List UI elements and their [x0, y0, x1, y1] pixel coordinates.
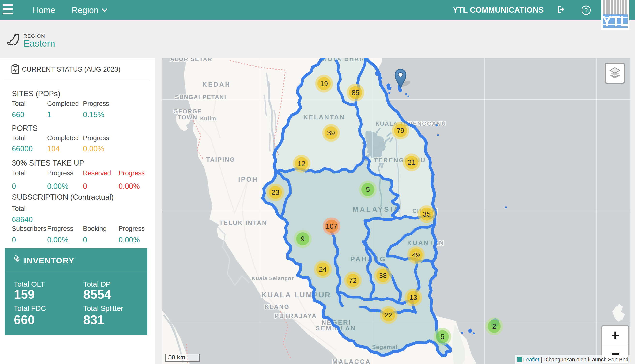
- svg-text:TELUK INTAN: TELUK INTAN: [219, 220, 267, 226]
- svg-text:49: 49: [412, 251, 420, 259]
- svg-text:TOWN: TOWN: [178, 114, 197, 120]
- svg-text:9: 9: [301, 235, 305, 243]
- svg-text:19: 19: [320, 80, 328, 88]
- svg-text:5: 5: [441, 333, 444, 340]
- svg-text:GEORGE: GEORGE: [173, 108, 201, 114]
- svg-text:Kuala Selangor: Kuala Selangor: [252, 275, 294, 281]
- svg-text:$: $: [17, 258, 18, 261]
- svg-text:KLANG: KLANG: [265, 303, 290, 310]
- svg-text:2: 2: [492, 322, 496, 330]
- svg-text:MALACCA: MALACCA: [332, 358, 371, 364]
- svg-text:85: 85: [352, 89, 359, 96]
- svg-text:SUNGAI PETANI: SUNGAI PETANI: [175, 94, 226, 100]
- svg-text:72: 72: [349, 276, 357, 284]
- svg-text:38: 38: [379, 272, 387, 280]
- svg-text:IPOH: IPOH: [238, 176, 258, 183]
- svg-text:TAIPING: TAIPING: [206, 156, 236, 163]
- svg-text:PUTRAJAYA: PUTRAJAYA: [274, 312, 317, 319]
- svg-text:39: 39: [327, 129, 335, 137]
- svg-text:ALOR SETAR: ALOR SETAR: [170, 58, 212, 62]
- svg-text:107: 107: [326, 222, 337, 230]
- svg-text:?: ?: [584, 7, 587, 13]
- svg-text:23: 23: [272, 188, 279, 196]
- svg-text:35: 35: [423, 210, 431, 218]
- svg-text:79: 79: [397, 127, 404, 134]
- svg-text:24: 24: [319, 266, 327, 273]
- svg-text:12: 12: [298, 160, 305, 168]
- svg-text:Kulim: Kulim: [200, 116, 216, 122]
- svg-text:22: 22: [385, 311, 392, 319]
- svg-text:KEDAH: KEDAH: [202, 81, 231, 88]
- svg-text:13: 13: [409, 294, 417, 302]
- svg-text:21: 21: [408, 158, 415, 166]
- svg-text:5: 5: [366, 186, 370, 193]
